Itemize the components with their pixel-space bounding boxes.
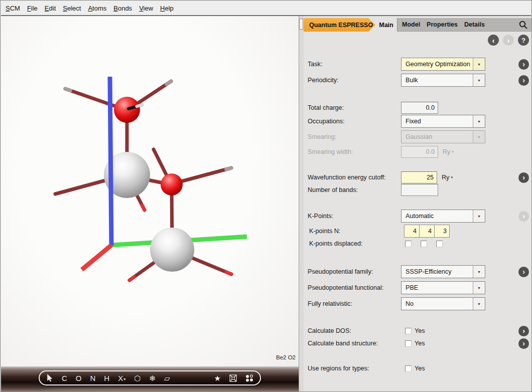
menu-view[interactable]: View (139, 5, 153, 12)
menu-help[interactable]: Help (160, 5, 174, 12)
kpoints-n1-input[interactable]: 4 (404, 225, 420, 238)
kpoints-detail-button[interactable]: › (518, 211, 529, 222)
calc-dos-checkbox[interactable] (405, 328, 412, 334)
molecule-canvas[interactable] (1, 16, 299, 366)
plane-tool-icon[interactable]: ▱ (164, 374, 170, 382)
wavefunction-cutoff-input[interactable]: 25 (401, 171, 437, 183)
favorites-icon[interactable]: ★ (214, 374, 221, 382)
bond-tip (226, 168, 231, 169)
calc-band-label: Calculate band structure: (308, 340, 401, 347)
lattice-vector-c[interactable] (110, 77, 111, 246)
quick-toolbar: C O N H X▾ ⬡ ❄ ▱ ★ (39, 370, 261, 385)
periodicity-dropdown[interactable]: Bulk ▼ (401, 74, 485, 87)
menu-bar: SCM File Edit Select Atoms Bonds View He… (1, 1, 531, 16)
task-label: Task: (308, 61, 401, 68)
unit-dropdown-icon: ▾ (451, 175, 453, 179)
lattice-vector-a[interactable] (82, 245, 111, 270)
menu-atoms[interactable]: Atoms (88, 5, 106, 12)
atom-types-icon[interactable] (245, 374, 253, 382)
bond-tip (65, 89, 70, 91)
pseudo-family-value: SSSP-Efficiency (402, 266, 473, 278)
ring-tool-icon[interactable]: ⬡ (134, 374, 141, 382)
element-h-button[interactable]: H (104, 374, 109, 382)
toolbar-reflection (44, 387, 256, 391)
smearing-value: Gaussian (402, 131, 473, 143)
molecule-viewport[interactable]: Be2 O2 (1, 16, 299, 366)
wavefunction-cutoff-label: Wavefunction energy cutoff: (308, 174, 401, 181)
use-regions-checkbox[interactable] (405, 365, 412, 372)
menu-file[interactable]: File (27, 5, 38, 12)
x-dropdown-icon: ▾ (123, 377, 125, 381)
dropdown-arrow-icon: ▼ (473, 298, 485, 310)
element-c-button[interactable]: C (62, 374, 67, 382)
atom-Be[interactable] (150, 228, 194, 272)
element-o-button[interactable]: O (76, 374, 82, 382)
calc-band-checkbox[interactable] (405, 340, 412, 347)
task-dropdown[interactable]: Geometry Optimization ▼ (401, 58, 485, 71)
application-window: SCM File Edit Select Atoms Bonds View He… (0, 0, 532, 392)
calc-dos-detail-button[interactable]: › (518, 326, 529, 336)
dropdown-arrow-icon: ▼ (473, 282, 485, 294)
tab-quantum-espresso[interactable]: Quantum ESPRESSO (304, 18, 375, 32)
formula-label: Be2 O2 (276, 354, 296, 360)
smearing-label: Smearing: (308, 133, 401, 140)
number-of-bands-input[interactable] (401, 184, 438, 196)
element-x-button[interactable]: X▾ (118, 374, 125, 382)
nav-back-button[interactable]: ‹ (488, 35, 499, 46)
pseudo-family-detail-button[interactable]: › (518, 267, 529, 277)
tab-details[interactable]: Details (464, 21, 485, 28)
periodicity-detail-button[interactable]: › (518, 75, 529, 86)
pointer-tool-icon[interactable] (46, 374, 53, 382)
occupations-label: Occupations: (308, 118, 401, 125)
tab-properties[interactable]: Properties (427, 21, 458, 28)
cutoff-detail-button[interactable]: › (518, 172, 529, 183)
pseudo-family-dropdown[interactable]: SSSP-Efficiency ▼ (401, 265, 485, 278)
menu-scm[interactable]: SCM (6, 5, 20, 12)
calc-dos-label: Calculate DOS: (308, 327, 401, 334)
smearing-width-input: 0.0 (401, 146, 438, 158)
bond-tip (142, 205, 145, 210)
calc-band-detail-button[interactable]: › (518, 338, 529, 349)
tab-main[interactable]: Main (375, 18, 397, 32)
use-regions-yes-label: Yes (415, 365, 425, 372)
kpoints-displaced-3-checkbox[interactable] (436, 241, 443, 247)
kpoints-displaced-2-checkbox[interactable] (421, 241, 427, 247)
splitter-handle[interactable] (299, 19, 303, 30)
freeze-tool-icon[interactable]: ❄ (149, 374, 156, 382)
occupations-value: Fixed (402, 115, 473, 127)
total-charge-label: Total charge: (308, 104, 401, 111)
tab-bar: Quantum ESPRESSO Main Model Properties D… (304, 18, 532, 32)
total-charge-input[interactable]: 0.0 (401, 102, 438, 114)
search-icon[interactable] (519, 21, 527, 29)
panel-splitter[interactable] (299, 16, 304, 392)
task-detail-button[interactable]: › (518, 59, 529, 70)
kpoints-n3-input[interactable]: 3 (434, 225, 450, 238)
number-of-bands-label: Number of bands: (308, 186, 401, 193)
menu-bonds[interactable]: Bonds (113, 5, 132, 12)
fully-relativistic-dropdown[interactable]: No ▼ (401, 297, 485, 310)
kpoints-label: K-Points: (308, 213, 401, 220)
bond-tip (129, 277, 134, 280)
help-button[interactable]: ? (518, 35, 529, 46)
periodicity-value: Bulk (402, 74, 473, 86)
pseudo-functional-dropdown[interactable]: PBE ▼ (401, 281, 485, 294)
nav-forward-button[interactable]: › (503, 35, 514, 46)
menu-select[interactable]: Select (63, 5, 81, 12)
kpoints-dropdown[interactable]: Automatic ▼ (401, 210, 485, 223)
dropdown-arrow-icon: ▼ (473, 115, 485, 127)
atom-O[interactable] (114, 97, 140, 123)
pseudo-functional-value: PBE (402, 282, 473, 294)
bond-tip (167, 81, 171, 84)
atom-O[interactable] (161, 173, 183, 195)
fully-relativistic-label: Fully relativistic: (308, 300, 401, 307)
occupations-dropdown[interactable]: Fixed ▼ (401, 115, 485, 128)
menu-edit[interactable]: Edit (45, 5, 56, 12)
kpoints-displaced-1-checkbox[interactable] (405, 241, 412, 247)
kpoints-displaced-label: K-points displaced: (308, 240, 401, 247)
wavefunction-cutoff-unit[interactable]: Ry▾ (442, 174, 453, 181)
kpoints-n2-input[interactable]: 4 (419, 225, 435, 238)
tab-model[interactable]: Model (402, 21, 420, 28)
element-n-button[interactable]: N (90, 374, 96, 382)
periodic-cell-icon[interactable] (229, 374, 237, 382)
calc-dos-yes-label: Yes (415, 327, 425, 334)
